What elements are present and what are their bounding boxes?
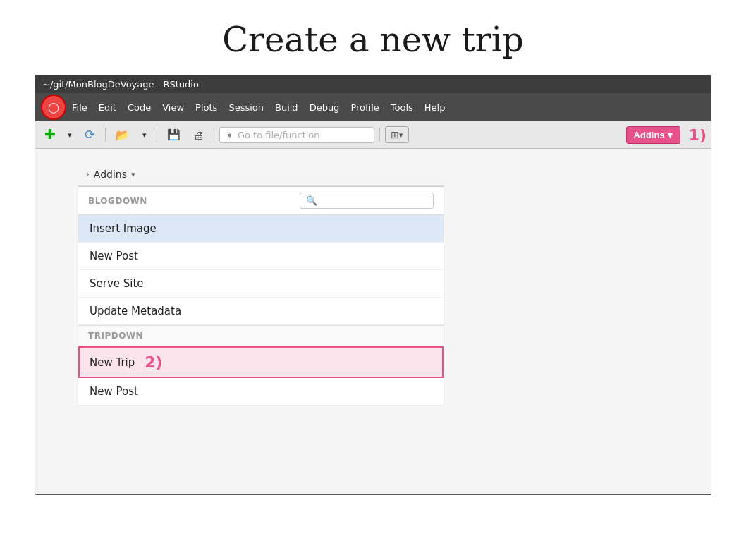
goto-placeholder-text: Go to file/function [238, 130, 320, 140]
pane-layout-button[interactable]: ⊞ ▾ [385, 126, 409, 143]
addins-search-box[interactable]: 🔍 [300, 193, 434, 209]
menu-bar: ◯ File Edit Code View Plots Session Buil… [35, 93, 711, 121]
save-icon: 💾 [167, 128, 181, 141]
refresh-icon: ⟳ [85, 127, 95, 142]
addins-button[interactable]: Addins ▾ [626, 126, 680, 144]
new-dropdown-button[interactable]: ▾ [63, 128, 77, 142]
toolbar-sep-1 [105, 128, 106, 142]
addins-dropdown-icon: ▾ [668, 130, 673, 140]
addin-serve-site[interactable]: Serve Site [78, 270, 444, 298]
addin-insert-image[interactable]: Insert Image [78, 215, 444, 243]
folder-dropdown-icon: ▾ [142, 130, 147, 140]
addin-update-metadata[interactable]: Update Metadata [78, 298, 444, 325]
menu-tools[interactable]: Tools [385, 100, 419, 115]
addins-panel: BLOGDOWN 🔍 Insert Image New Post Serve S… [78, 186, 444, 406]
content-area: › Addins ▾ BLOGDOWN 🔍 Insert Image New [35, 149, 711, 494]
toolbar: ✚ ▾ ⟳ 📂 ▾ 💾 🖨 ➧ Go to file/func [35, 121, 711, 149]
menu-plots[interactable]: Plots [190, 100, 223, 115]
menu-edit[interactable]: Edit [93, 100, 122, 115]
addins-header-label: Addins [94, 169, 127, 180]
menu-profile[interactable]: Profile [345, 100, 384, 115]
menu-debug[interactable]: Debug [304, 100, 346, 115]
refresh-button[interactable]: ⟳ [80, 124, 100, 145]
addin-new-post-tripdown[interactable]: New Post [78, 378, 444, 406]
pane-dropdown-icon: ▾ [399, 130, 403, 140]
toolbar-sep-2 [157, 128, 157, 142]
serve-site-label: Serve Site [90, 277, 144, 290]
menu-session[interactable]: Session [223, 100, 269, 115]
open-file-button[interactable]: 📂 [111, 126, 135, 145]
folder-icon: 📂 [116, 128, 130, 142]
print-button[interactable]: 🖨 [188, 126, 209, 144]
save-button[interactable]: 💾 [162, 126, 185, 144]
toolbar-sep-3 [214, 128, 214, 142]
grid-icon: ⊞ [391, 129, 399, 140]
step-1-label: 1) [689, 126, 707, 144]
title-bar: ~/git/MonBlogDeVoyage - RStudio [35, 75, 711, 93]
menu-file[interactable]: File [66, 100, 93, 115]
new-post-tripdown-label: New Post [90, 385, 138, 398]
new-trip-label: New Trip [90, 356, 135, 369]
new-file-icon: ✚ [44, 127, 55, 142]
update-metadata-label: Update Metadata [90, 305, 181, 317]
dropdown-arrow-icon: ▾ [68, 130, 72, 140]
addins-label: Addins [634, 130, 665, 140]
menu-view[interactable]: View [157, 100, 190, 115]
menu-build[interactable]: Build [269, 100, 304, 115]
addins-dropdown-header: › Addins ▾ [78, 163, 444, 186]
goto-input-container: ➧ Go to file/function [219, 127, 374, 143]
rstudio-window: ~/git/MonBlogDeVoyage - RStudio ◯ File E… [35, 75, 711, 495]
toolbar-sep-4 [379, 128, 380, 142]
tripdown-section-label: TRIPDOWN [88, 331, 143, 341]
new-file-button[interactable]: ✚ [39, 124, 60, 145]
search-input[interactable] [321, 195, 427, 206]
page-title: Create a new trip [0, 0, 746, 75]
goto-arrow-icon: ➧ [226, 130, 233, 140]
ubuntu-icon[interactable]: ◯ [41, 95, 66, 120]
menu-help[interactable]: Help [419, 100, 451, 115]
addins-dropdown-container: › Addins ▾ [78, 163, 444, 186]
header-chevron-icon: › [86, 169, 90, 179]
new-post-blogdown-label: New Post [90, 250, 138, 262]
blogdown-section-label: BLOGDOWN [88, 196, 147, 206]
title-bar-text: ~/git/MonBlogDeVoyage - RStudio [42, 79, 199, 90]
addin-new-post-blogdown[interactable]: New Post [78, 243, 444, 270]
step-2-label: 2) [145, 353, 162, 371]
blogdown-section-header: BLOGDOWN 🔍 [78, 187, 444, 215]
search-icon: 🔍 [306, 195, 317, 206]
addins-header-arrow-icon: ▾ [131, 170, 135, 179]
addin-new-trip[interactable]: New Trip 2) [78, 346, 444, 378]
folder-dropdown-button[interactable]: ▾ [137, 128, 152, 142]
menu-code[interactable]: Code [122, 100, 157, 115]
print-icon: 🖨 [193, 129, 204, 141]
tripdown-section-divider: TRIPDOWN [78, 325, 444, 346]
insert-image-label: Insert Image [90, 222, 157, 235]
